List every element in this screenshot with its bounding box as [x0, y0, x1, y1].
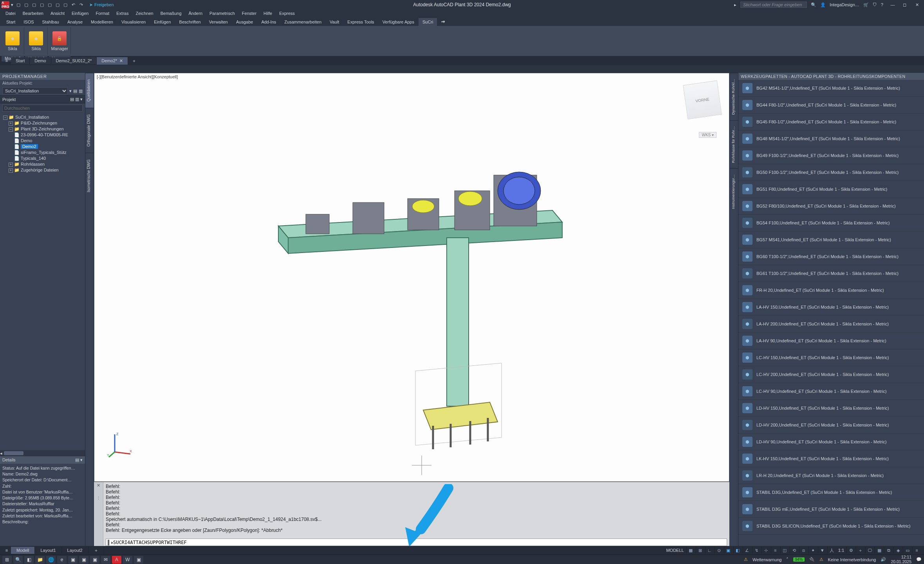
- pm-tool2-icon[interactable]: ▥: [79, 89, 83, 94]
- drawing-viewport[interactable]: [-][Benutzerdefinierte Ansicht][Konzeptu…: [94, 73, 729, 482]
- tb-app3-icon[interactable]: ▣: [90, 556, 99, 564]
- qat-save-icon[interactable]: ▢: [31, 1, 38, 8]
- infocenter-search[interactable]: Stichwort oder Frage eingeben: [740, 2, 807, 8]
- pm-search-input[interactable]: [2, 105, 83, 112]
- help-icon[interactable]: ?: [881, 2, 883, 7]
- tb-word-icon[interactable]: W: [123, 556, 132, 564]
- tb-outlook-icon[interactable]: ✉: [101, 556, 110, 564]
- tb-app2-icon[interactable]: ▣: [79, 556, 88, 564]
- palette-item[interactable]: ⬢BG45 F80-1/2",Undefined_ET (SuCri Modul…: [738, 114, 924, 130]
- tab-start[interactable]: Start: [2, 18, 19, 26]
- menu-datei[interactable]: Datei: [2, 10, 19, 16]
- app-icon[interactable]: A PRO: [2, 1, 9, 8]
- tb-notifications-icon[interactable]: 💬: [916, 557, 922, 562]
- status-otrack-icon[interactable]: ∠: [743, 547, 751, 554]
- status-scale[interactable]: 1:1: [838, 548, 844, 553]
- palette-item[interactable]: ⬢LC-HV 200,Undefined_ET (SuCri Module 1 …: [738, 366, 924, 383]
- tb-tray-up-icon[interactable]: ˄: [786, 557, 789, 562]
- rvtab-rohrklasse[interactable]: Rohrklasse für Rohr…: [730, 120, 738, 168]
- palette-item[interactable]: ⬢LD-HV 150,Undefined_ET (SuCri Module 1 …: [738, 400, 924, 417]
- palette-item[interactable]: ⬢BG60 T100-1/2",Undefined_ET (SuCri Modu…: [738, 248, 924, 265]
- status-hardware-icon[interactable]: ◈: [893, 547, 902, 554]
- tb-weather-label[interactable]: Wetterwarnung: [753, 557, 781, 562]
- menu-format[interactable]: Format: [92, 10, 112, 16]
- tb-net-warn-icon[interactable]: ⚠: [819, 557, 823, 562]
- account-icon[interactable]: ⛉: [873, 2, 877, 7]
- tb-power-icon[interactable]: 🔌: [809, 557, 815, 562]
- status-cycling-icon[interactable]: ⟲: [790, 547, 798, 554]
- close-icon[interactable]: ✕: [911, 2, 922, 7]
- palette-item[interactable]: ⬢LR-H 20,Undefined_ET (SuCri Module 1 - …: [738, 467, 924, 484]
- qat-cloud-save-icon[interactable]: ▢: [54, 1, 61, 8]
- vtab-iso-dwg[interactable]: Isometrische DWG: [85, 153, 94, 199]
- menu-aendern[interactable]: Ändern: [186, 10, 206, 16]
- status-polar-icon[interactable]: ⊙: [715, 547, 723, 554]
- layout-menu-icon[interactable]: ≡: [2, 548, 11, 553]
- status-units-icon[interactable]: ⧉: [884, 547, 893, 554]
- qat-new-icon[interactable]: ▢: [15, 1, 22, 8]
- pm-project-select[interactable]: SuCri_Installation: [2, 87, 68, 94]
- search-caret-icon[interactable]: ▸: [734, 2, 736, 7]
- tb-clock[interactable]: 12:11 20.01.2025: [891, 555, 911, 564]
- status-grid-icon[interactable]: ▦: [686, 547, 695, 554]
- tab-extra-icon[interactable]: ▪▾: [437, 18, 449, 26]
- palette-item[interactable]: ⬢LC-HV 90,Undefined_ET (SuCri Module 1 -…: [738, 383, 924, 400]
- user-label[interactable]: IntegaDesign…: [830, 2, 859, 7]
- tb-task-icon[interactable]: ◧: [24, 556, 34, 564]
- palette-item[interactable]: ⬢STABIL D3G,Undefined_ET (SuCri Module 1…: [738, 484, 924, 501]
- status-dynucs-icon[interactable]: ↯: [752, 547, 761, 554]
- tab-visualisieren[interactable]: Visualisieren: [117, 18, 150, 26]
- palette-item[interactable]: ⬢FR-H 20,Undefined_ET (SuCri Module 1 - …: [738, 282, 924, 299]
- qat-open-icon[interactable]: ▢: [23, 1, 30, 8]
- palette-item[interactable]: ⬢LK-HV 150,Undefined_ET (SuCri Module 1 …: [738, 450, 924, 467]
- status-modell[interactable]: MODELL: [666, 548, 684, 553]
- qat-plot-icon[interactable]: ▢: [62, 1, 69, 8]
- palette-item[interactable]: ⬢LD-HV 90,Undefined_ET (SuCri Module 1 -…: [738, 434, 924, 450]
- rvtab-instrument[interactable]: Instrumentierungsr…: [730, 168, 738, 215]
- layout-tab-add[interactable]: ＋: [88, 546, 104, 555]
- status-ortho-icon[interactable]: ∟: [705, 547, 714, 554]
- menu-einfuegen[interactable]: Einfügen: [69, 10, 92, 16]
- pm-section-icons[interactable]: ▤ ▥ ▾: [70, 97, 83, 102]
- palette-item[interactable]: ⬢BG44 F80-1/2",Undefined_ET (SuCri Modul…: [738, 97, 924, 114]
- cart-icon[interactable]: 🛒: [863, 2, 869, 7]
- manager-button[interactable]: 🔒 Manager: [49, 27, 70, 55]
- tab-apps[interactable]: Verfügbare Apps: [379, 18, 418, 26]
- menu-bemassung[interactable]: Bemaßung: [157, 10, 185, 16]
- status-transparency-icon[interactable]: ◫: [780, 547, 789, 554]
- tab-sucri[interactable]: SuCri: [419, 18, 437, 26]
- tab-stahlbau[interactable]: Stahlbau: [38, 18, 63, 26]
- user-icon[interactable]: 👤: [820, 2, 826, 7]
- layout-tab-1[interactable]: Layout1: [35, 547, 61, 554]
- pm-refresh-icon[interactable]: ▾: [69, 89, 72, 94]
- palette-item[interactable]: ⬢LA-HV 200,Undefined_ET (SuCri Module 1 …: [738, 316, 924, 333]
- tab-vault[interactable]: Vault: [326, 18, 343, 26]
- palette-item[interactable]: ⬢STABIL D3G mE,Undefined_ET (SuCri Modul…: [738, 501, 924, 518]
- palette-item[interactable]: ⬢BG50 F100-1/2",Undefined_ET (SuCri Modu…: [738, 164, 924, 181]
- status-custom-icon[interactable]: ≡: [912, 547, 921, 554]
- status-gear-icon[interactable]: ⚙: [846, 547, 855, 554]
- menu-parametrisch[interactable]: Parametrisch: [206, 10, 238, 16]
- file-tab-demo2su[interactable]: Demo2_SU012_2*: [51, 57, 97, 64]
- sikla-button-2[interactable]: ◆ Sikla: [25, 27, 47, 55]
- vtab-ortho-dwg[interactable]: Orthogonale DWG: [85, 108, 94, 153]
- status-clean-icon[interactable]: ▭: [903, 547, 911, 554]
- palette-item[interactable]: ⬢BG54 F100,Undefined_ET (SuCri Module 1 …: [738, 215, 924, 231]
- status-filter-icon[interactable]: ▼: [818, 547, 827, 554]
- status-3dosnap-icon[interactable]: ◧: [733, 547, 742, 554]
- share-button[interactable]: ➤ Freigeben: [89, 2, 114, 7]
- minimize-icon[interactable]: —: [887, 2, 898, 7]
- menu-express[interactable]: Express: [276, 10, 298, 16]
- cmd-close-icon[interactable]: ✕: [97, 483, 100, 488]
- file-tab-start[interactable]: Start: [11, 57, 30, 64]
- sikla-button-1[interactable]: ◆ Sikla: [2, 27, 23, 55]
- layout-tab-modell[interactable]: Modell: [11, 547, 35, 554]
- tab-beschriften[interactable]: Beschriften: [175, 18, 205, 26]
- menu-bearbeiten[interactable]: Bearbeiten: [20, 10, 47, 16]
- rvtab-dyn-rohr[interactable]: Dynamische Rohrkl…: [730, 73, 738, 120]
- status-dyn-icon[interactable]: ⊹: [762, 547, 770, 554]
- palette-item[interactable]: ⬢LA-HV 90,Undefined_ET (SuCri Module 1 -…: [738, 333, 924, 349]
- palette-item[interactable]: ⬢BG48 MS41-1/2",Undefined_ET (SuCri Modu…: [738, 130, 924, 147]
- pm-tree[interactable]: −📁 SuCri_Installation +📁 P&ID-Zeichnunge…: [0, 113, 85, 215]
- maximize-icon[interactable]: ◻: [899, 2, 910, 7]
